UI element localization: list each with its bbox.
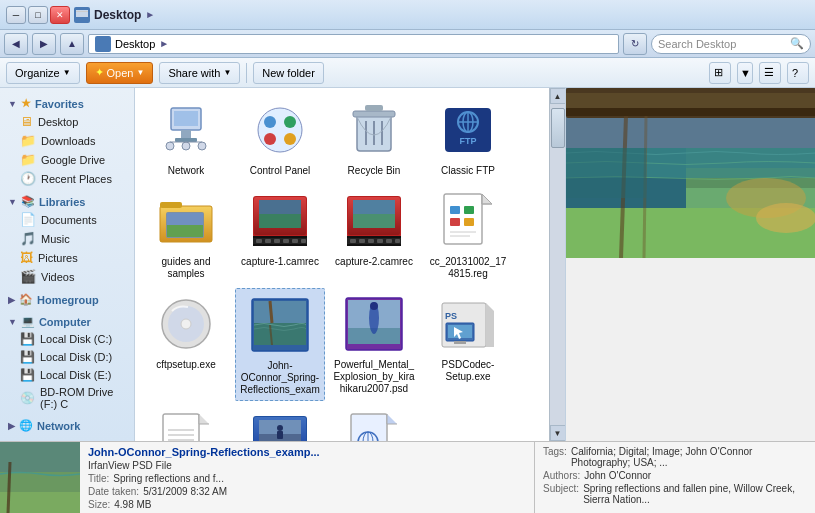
sidebar-item-local-c[interactable]: 💾 Local Disk (C:)	[0, 330, 134, 348]
file-item-usertrouble[interactable]: UserTroubleshooting.htm	[329, 405, 419, 441]
readme-txt-icon	[161, 412, 211, 441]
sidebar-item-local-e[interactable]: 💾 Local Disk (E:)	[0, 366, 134, 384]
up-button[interactable]: ▲	[60, 33, 84, 55]
views-button[interactable]: ⊞	[709, 62, 731, 84]
svg-rect-59	[386, 239, 392, 243]
cftpsetup-exe-icon	[158, 297, 214, 351]
homegroup-section: ▶ 🏠 Homegroup	[0, 290, 134, 308]
title-bar-left: ─ □ ✕ Desktop ►	[6, 6, 155, 24]
psdcodec-icon-wrap: PS	[436, 292, 500, 356]
svg-line-79	[270, 301, 272, 323]
maximize-button[interactable]: □	[28, 6, 48, 24]
refresh-button[interactable]: ↻	[623, 33, 647, 55]
organize-button[interactable]: Organize ▼	[6, 62, 80, 84]
file-item-cftpsetup[interactable]: cftpsetup.exe	[141, 288, 231, 401]
sidebar-item-recent-places[interactable]: 🕐 Recent Places	[0, 169, 134, 188]
svg-rect-110	[277, 431, 283, 439]
file-item-classic-ftp[interactable]: FTP Classic FTP	[423, 94, 513, 181]
favorites-header[interactable]: ▼ ★ Favorites	[0, 94, 134, 112]
sidebar-item-downloads[interactable]: 📁 Downloads	[0, 131, 134, 150]
computer-label: Computer	[39, 316, 91, 328]
file-item-john-psd[interactable]: John-OConnor_Spring-Reflections_example.…	[235, 288, 325, 401]
svg-rect-94	[163, 414, 199, 441]
info-left: John-OConnor_Spring-Reflections_examp...…	[80, 442, 535, 513]
info-title-row: Title: Spring reflections and f...	[88, 473, 526, 484]
desktop-label: Desktop	[38, 116, 78, 128]
views-dropdown[interactable]: ▼	[737, 62, 753, 84]
svg-point-12	[264, 116, 276, 128]
scroll-thumb[interactable]	[551, 108, 565, 148]
svg-point-14	[264, 133, 276, 145]
network-arrow: ▶	[8, 421, 15, 431]
network-header[interactable]: ▶ 🌐 Network	[0, 416, 134, 434]
sidebar-item-desktop[interactable]: 🖥 Desktop	[0, 112, 134, 131]
file-item-psdcodec[interactable]: PS PSDCodec-Setup.exe	[423, 288, 513, 401]
scroll-down-button[interactable]: ▼	[550, 425, 566, 441]
address-box[interactable]: Desktop ►	[88, 34, 619, 54]
untitled-camproj-icon	[251, 414, 309, 441]
sidebar-item-videos[interactable]: 🎬 Videos	[0, 267, 134, 286]
svg-rect-5	[175, 138, 197, 142]
svg-rect-33	[167, 213, 203, 225]
sidebar-item-rom-drive[interactable]: 💿 BD-ROM Drive (F:) C	[0, 384, 134, 412]
minimize-button[interactable]: ─	[6, 6, 26, 24]
svg-rect-52	[353, 214, 395, 228]
scroll-up-button[interactable]: ▲	[550, 88, 566, 104]
help-button[interactable]: ?	[787, 62, 809, 84]
homegroup-label: Homegroup	[37, 294, 99, 306]
svg-rect-45	[283, 239, 289, 243]
powerful-psd-icon-wrap	[342, 292, 406, 356]
share-with-button[interactable]: Share with ▼	[159, 62, 240, 84]
sidebar-item-google-drive[interactable]: 📁 Google Drive	[0, 150, 134, 169]
svg-rect-56	[359, 239, 365, 243]
file-item-recycle-bin[interactable]: Recycle Bin	[329, 94, 419, 181]
sidebar-item-local-d[interactable]: 💾 Local Disk (D:)	[0, 348, 134, 366]
file-item-guides[interactable]: guides and samples	[141, 185, 231, 284]
new-folder-label: New folder	[262, 67, 315, 79]
back-button[interactable]: ◀	[4, 33, 28, 55]
sidebar-item-documents[interactable]: 📄 Documents	[0, 210, 134, 229]
forward-button[interactable]: ▶	[32, 33, 56, 55]
sidebar-item-music[interactable]: 🎵 Music	[0, 229, 134, 248]
open-button[interactable]: ✦ Open ▼	[86, 62, 154, 84]
tags-label: Tags:	[543, 446, 567, 468]
close-button[interactable]: ✕	[50, 6, 70, 24]
toolbar-separator	[246, 63, 247, 83]
details-button[interactable]: ☰	[759, 62, 781, 84]
libraries-header[interactable]: ▼ 📚 Libraries	[0, 192, 134, 210]
documents-label: Documents	[41, 214, 97, 226]
control-panel-icon	[252, 104, 308, 156]
svg-rect-39	[259, 214, 301, 228]
open-arrow: ▼	[136, 68, 144, 77]
desktop-icon: 🖥	[20, 114, 33, 129]
svg-rect-66	[450, 206, 460, 214]
svg-rect-58	[377, 239, 383, 243]
svg-text:FTP: FTP	[460, 136, 477, 146]
music-icon: 🎵	[20, 231, 36, 246]
file-item-capture1[interactable]: capture-1.camrec	[235, 185, 325, 284]
john-psd-icon-wrap	[248, 293, 312, 357]
file-item-powerful-psd[interactable]: Powerful_Mental_Explosion_by_kirahikaru2…	[329, 288, 419, 401]
file-grid: Network Control Panel	[141, 94, 543, 441]
new-folder-button[interactable]: New folder	[253, 62, 324, 84]
file-item-control-panel[interactable]: Control Panel	[235, 94, 325, 181]
file-item-capture2[interactable]: capture-2.camrec	[329, 185, 419, 284]
capture2-icon-wrap	[342, 189, 406, 253]
computer-header[interactable]: ▼ 💻 Computer	[0, 312, 134, 330]
favorites-icon: ★	[21, 97, 31, 110]
file-item-readme[interactable]: readme.txt	[141, 405, 231, 441]
psdcodec-file-label: PSDCodec-Setup.exe	[427, 359, 509, 383]
search-box[interactable]: Search Desktop 🔍	[651, 34, 811, 54]
sidebar-item-pictures[interactable]: 🖼 Pictures	[0, 248, 134, 267]
john-psd-icon	[250, 297, 310, 353]
cc-reg-icon	[442, 192, 494, 250]
file-item-untitled-camproj[interactable]: Untitled.camproj	[235, 405, 325, 441]
svg-point-6	[166, 142, 174, 150]
file-item-cc-reg[interactable]: cc_20131002_174815.reg	[423, 185, 513, 284]
info-filename: John-OConnor_Spring-Reflections_examp...	[88, 446, 526, 458]
svg-rect-60	[395, 239, 400, 243]
tags-value: California; Digital; Image; John O'Conno…	[571, 446, 807, 468]
homegroup-header[interactable]: ▶ 🏠 Homegroup	[0, 290, 134, 308]
file-item-network[interactable]: Network	[141, 94, 231, 181]
cftpsetup-icon-wrap	[154, 292, 218, 356]
